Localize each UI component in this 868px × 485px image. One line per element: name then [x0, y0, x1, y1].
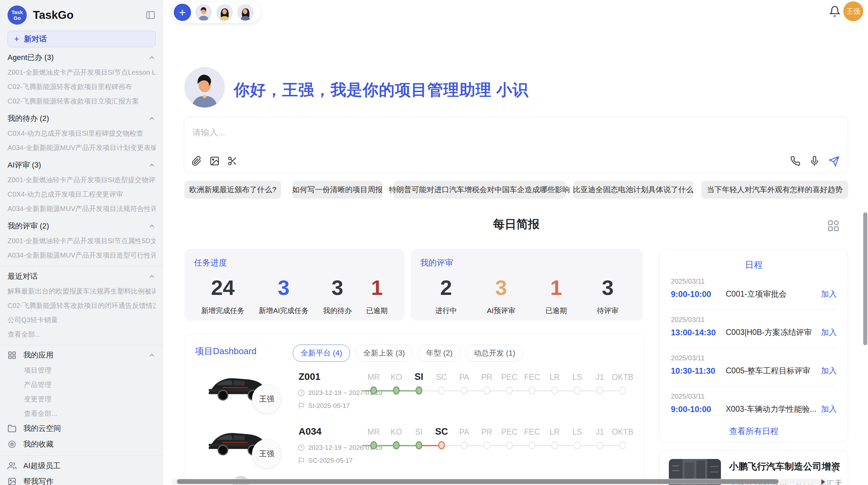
section-agent-done[interactable]: Agent已办 (3) [8, 50, 156, 65]
section-my-review[interactable]: 我的评审 (2) [8, 219, 156, 234]
suggestion-chip[interactable]: 欧洲新规最近颁布了什么? [184, 181, 281, 199]
section-recent-chats[interactable]: 最近对话 [8, 269, 156, 284]
section-label: AI评审 (3) [8, 160, 41, 170]
attachment-icon[interactable] [192, 156, 202, 166]
filter-chip-new-body[interactable]: 全新上装 (3) [355, 345, 413, 362]
add-agent-button[interactable]: + [174, 4, 191, 21]
new-chat-button[interactable]: + 新对话 [8, 31, 156, 47]
list-item[interactable]: Z001-全新燃油皮卡产品开发项目SI节点Lesson Learn报告 [8, 65, 156, 79]
join-link[interactable]: 加入 [821, 365, 837, 376]
milestone-dot-done [370, 386, 377, 395]
send-icon[interactable] [829, 156, 839, 166]
filter-chip-powertrain[interactable]: 动总开发 (1) [466, 345, 523, 362]
card-title: 我的评审 [420, 257, 634, 268]
list-item[interactable]: C02-飞腾新能源轻客改款项目立项汇报方案 [8, 94, 156, 108]
phone-icon[interactable] [790, 156, 800, 166]
chevron-up-icon[interactable] [148, 161, 156, 169]
scroll-right-arrow[interactable] [821, 479, 825, 485]
logo-line1: Task [11, 9, 23, 15]
suggestion-chip[interactable]: 特朗普可能对进口汽车增税会对中国车企造成哪些影响 [394, 181, 565, 199]
plus-icon: + [14, 34, 19, 44]
milestone-dot [529, 441, 535, 449]
milestone-dot-done [393, 386, 400, 395]
suggestion-chip[interactable]: 如何写一份清晰的项目周报 [292, 181, 383, 199]
dashboard-filters: 全新平台 (4) 全新上装 (3) 年型 (2) 动总开发 (1) [293, 345, 523, 362]
avatar[interactable] [195, 4, 212, 21]
news-title: 小鹏飞行汽车制造公司增资 [729, 460, 840, 473]
event-title: X003-车辆动力学性能验... [726, 404, 821, 414]
schedule-event: 2025/03/11 9:00-10:00 X003-车辆动力学性能验... 加… [671, 393, 837, 414]
list-item[interactable]: C02-飞腾新能源轻客改款项目的闭环通告反馈情况 [8, 298, 156, 313]
chevron-up-icon[interactable] [148, 54, 156, 61]
flag-icon [298, 402, 305, 409]
milestone-dot [461, 441, 468, 449]
horizontal-scrollbar-thumb[interactable] [177, 479, 779, 484]
chevron-up-icon[interactable] [148, 222, 156, 230]
sidebar-item-cloud-space[interactable]: 我的云空间 [8, 421, 156, 436]
milestone-dot [596, 441, 603, 449]
milestone-dot [619, 386, 626, 395]
sidebar-item-favorites[interactable]: 我的收藏 [8, 436, 156, 452]
sidebar-item-project-mgmt[interactable]: 项目管理 [8, 363, 156, 377]
project-dashboard-card: 项目Dashboard 全新平台 (4) 全新上装 (3) 年型 (2) 动总开… [184, 334, 644, 485]
notifications-bell-icon[interactable] [829, 5, 841, 17]
clock-icon [298, 389, 305, 396]
list-item[interactable]: A034-全新新能源MUV产品开发项目造型可行性评审 [8, 248, 156, 262]
suggestion-chip[interactable]: 比亚迪全固态电池计划具体说了什么 [573, 181, 693, 199]
list-item[interactable]: C0X4-动力总成开发项目工程变更评审 [8, 187, 156, 201]
list-item[interactable]: C02-飞腾新能源轻客改款项目里程碑画布 [8, 79, 156, 94]
chevron-up-icon[interactable] [148, 273, 156, 280]
section-label: Agent已办 (3) [8, 52, 54, 63]
divider [671, 386, 837, 387]
list-item[interactable]: C0X4-动力总成开发项目SI里程碑提交物检查 [8, 126, 156, 140]
logo-line2: Go [14, 15, 21, 21]
list-item[interactable]: Z001-全新燃油轻卡产品开发项目SI造型提交物评审 [8, 173, 156, 187]
view-all-schedule-link[interactable]: 查看所有日程 [659, 426, 848, 437]
vertical-scrollbar-thumb[interactable] [863, 212, 867, 345]
sidebar-item-ai-staff[interactable]: AI超级员工 [8, 458, 156, 474]
new-chat-label: 新对话 [24, 34, 47, 44]
chevron-up-icon[interactable] [148, 115, 156, 122]
join-link[interactable]: 加入 [821, 289, 837, 299]
project-row[interactable]: 王强 A034 2023-12-19 ~ 2026-01-19 SC-2025-… [185, 423, 644, 478]
list-item[interactable]: Z001-全新燃油轻卡产品开发项目SI节点属性5D文件评审 [8, 234, 156, 248]
avatar[interactable] [237, 4, 254, 21]
sidebar-item-help-write[interactable]: 帮我写作 [8, 474, 156, 485]
task-progress-card: 任务进度 24新增完成任务 3新增AI完成任务 3我的待办 1已逾期 [184, 249, 405, 321]
horizontal-scrollbar[interactable] [171, 479, 826, 484]
message-composer [184, 116, 848, 173]
list-item[interactable]: A034-全新新能源MUV产品开发项目计划变更表编写 [8, 140, 156, 155]
section-my-todo[interactable]: 我的待办 (2) [8, 111, 156, 126]
milestone-dot-overdue [438, 441, 445, 449]
sidebar-item-product-mgmt[interactable]: 产品管理 [8, 377, 156, 392]
list-item[interactable]: 公司Q3轻卡销量 [8, 313, 156, 327]
sidebar-item-change-mgmt[interactable]: 变更管理 [8, 392, 156, 406]
microphone-icon[interactable] [809, 156, 820, 166]
project-code: Z001 [299, 371, 321, 382]
sidebar-item-my-apps[interactable]: 我的应用 [8, 347, 156, 363]
project-row[interactable]: 王强 Z001 2023-12-19 ~ 2027-01-19 SI-2025-… [185, 369, 644, 423]
message-input[interactable] [192, 124, 673, 140]
section-ai-review[interactable]: AI评审 (3) [8, 158, 156, 173]
app-root: Task Go TaskGo + 新对话 Agent已办 (3) Z001-全新… [0, 0, 868, 485]
scroll-down-arrow[interactable] [831, 469, 837, 473]
section-label: 我的评审 (2) [8, 221, 49, 231]
join-link[interactable]: 加入 [821, 404, 837, 414]
list-item[interactable]: A034-全新新能源MUV产品开发项目法规符合性评审 [8, 201, 156, 216]
sidebar-collapse-icon[interactable] [145, 10, 156, 20]
avatar[interactable] [216, 4, 233, 21]
scissors-icon[interactable] [227, 156, 238, 166]
image-icon[interactable] [209, 156, 220, 166]
briefing-layout-icon[interactable] [827, 219, 840, 232]
milestone-label: OKTB [609, 373, 636, 382]
event-time: 9:00-10:00 [671, 405, 726, 414]
suggestion-chip[interactable]: 当下年轻人对汽车外观有怎样的喜好趋势 [701, 181, 848, 199]
join-link[interactable]: 加入 [821, 327, 837, 338]
list-item[interactable]: 解释最新出台的欧盟报废车法规再生塑料比例被调至15%... [8, 284, 156, 298]
chevron-up-icon[interactable] [148, 351, 156, 359]
view-all-link[interactable]: 查看全部... [8, 327, 156, 341]
user-avatar[interactable]: 王强 [843, 1, 863, 21]
filter-chip-model-year[interactable]: 年型 (2) [418, 345, 460, 362]
view-all-link[interactable]: 查看全部... [8, 406, 156, 421]
filter-chip-new-platform[interactable]: 全新平台 (4) [293, 345, 350, 362]
